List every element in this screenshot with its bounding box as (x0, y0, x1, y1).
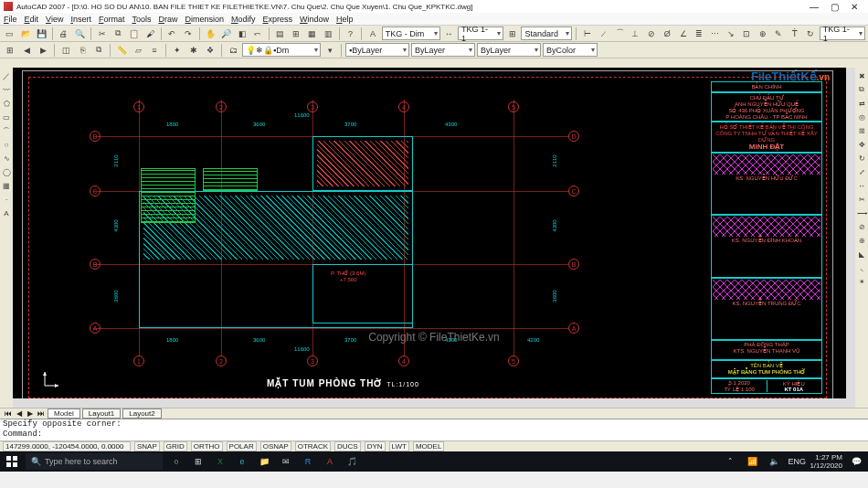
copy-icon[interactable]: ⧉ (111, 27, 124, 41)
lang-indicator[interactable]: ENG (788, 457, 804, 466)
layer-props-icon[interactable]: 🗂 (226, 43, 240, 58)
break-icon[interactable]: ⊘ (856, 221, 867, 232)
pline-icon[interactable]: 〰 (1, 84, 12, 95)
menu-file[interactable]: File (4, 15, 17, 24)
layer-state-icon[interactable]: ⊞ (3, 43, 17, 58)
layer-filter-icon[interactable]: ▾ (323, 43, 337, 58)
save-icon[interactable]: 💾 (35, 27, 48, 41)
explode-icon[interactable]: ✴ (856, 276, 867, 287)
measure-icon[interactable]: 📏 (114, 43, 129, 58)
menu-modify[interactable]: Modify (231, 15, 256, 24)
table-icon[interactable]: ⊞ (505, 27, 519, 41)
stretch-icon[interactable]: ↔ (856, 180, 867, 191)
explorer-icon[interactable]: 📁 (256, 457, 272, 466)
tablestyle-combo[interactable]: Standard (521, 27, 572, 40)
mirror-icon[interactable]: ⇄ (856, 98, 867, 109)
tab-nav-first[interactable]: ⏮ (4, 409, 13, 418)
volume-icon[interactable]: 🔈 (766, 457, 782, 466)
dim-dia-icon[interactable]: Ø (661, 27, 674, 41)
dim-edit-icon[interactable]: ✎ (772, 27, 786, 41)
toggle-grid[interactable]: GRID (164, 441, 187, 451)
area-icon[interactable]: ▱ (131, 43, 145, 58)
pan-icon[interactable]: ✋ (204, 27, 217, 41)
paste-icon[interactable]: 📋 (127, 27, 141, 41)
menu-view[interactable]: View (46, 15, 63, 24)
new-icon[interactable]: ▭ (3, 27, 16, 41)
notifications-icon[interactable]: 💬 (848, 457, 864, 466)
toggle-lwt[interactable]: LWT (389, 441, 409, 451)
hatch-icon[interactable]: ▦ (1, 180, 12, 191)
tab-layout1[interactable]: Layout1 (82, 408, 121, 419)
revit-icon[interactable]: R (300, 457, 316, 466)
maximize-button[interactable]: ▢ (824, 2, 844, 12)
horizontal-scrollbar[interactable] (13, 398, 846, 408)
line-icon[interactable]: ／ (1, 70, 12, 81)
layer-match-icon[interactable]: ▶ (36, 43, 50, 58)
extend-icon[interactable]: ⟶ (856, 207, 867, 218)
erase-icon[interactable]: ✖ (856, 70, 867, 81)
dim-radius-icon[interactable]: ⊘ (644, 27, 658, 41)
command-window[interactable]: Specify opposite corner: Command: (0, 419, 868, 440)
cut-icon[interactable]: ✂ (95, 27, 109, 41)
polygon-icon[interactable]: ⬠ (1, 98, 12, 109)
properties-icon[interactable]: ▤ (273, 27, 287, 41)
match-prop-icon[interactable]: 🖌 (143, 27, 156, 41)
taskview-icon[interactable]: ⊞ (190, 457, 206, 466)
misc1-icon[interactable]: ✦ (170, 43, 185, 58)
move-icon[interactable]: ✥ (856, 139, 867, 150)
dimstyle2-combo[interactable]: TKG 1-1 (820, 27, 865, 40)
mail-icon[interactable]: ✉ (278, 457, 294, 466)
mtext-icon[interactable]: A (1, 207, 12, 218)
dim-leader-icon[interactable]: ↘ (724, 27, 737, 41)
zoom-prev-icon[interactable]: ⤺ (251, 27, 265, 41)
copy-obj-icon[interactable]: ⧉ (856, 84, 867, 95)
tab-model[interactable]: Model (48, 408, 80, 419)
toggle-model[interactable]: MODEL (413, 441, 444, 451)
dim-tol-icon[interactable]: ⊡ (740, 27, 754, 41)
color-combo[interactable]: ▪ ByLayer (345, 43, 409, 57)
autocad-task-icon[interactable]: A (322, 457, 338, 466)
cortana-icon[interactable]: ○ (168, 457, 185, 466)
menu-help[interactable]: Help (336, 15, 354, 24)
dimstyle-a-icon[interactable]: A (365, 27, 379, 41)
close-button[interactable]: ✕ (844, 2, 864, 12)
music-icon[interactable]: 🎵 (344, 457, 360, 466)
zoom-rt-icon[interactable]: 🔎 (219, 27, 233, 41)
circle-icon[interactable]: ○ (1, 139, 12, 150)
menu-express[interactable]: Express (263, 15, 293, 24)
insert-icon[interactable]: ⎘ (75, 43, 90, 58)
rotate-icon[interactable]: ↻ (856, 153, 867, 164)
scale-icon[interactable]: ⤢ (856, 166, 867, 177)
tool-palettes-icon[interactable]: ▦ (305, 27, 319, 41)
textstyle-combo[interactable]: TKG 1-1 (458, 27, 503, 40)
lineweight-combo[interactable]: ByLayer (477, 43, 541, 57)
undo-icon[interactable]: ↶ (165, 27, 179, 41)
menu-dimension[interactable]: Dimension (185, 15, 224, 24)
fillet-icon[interactable]: ◟ (856, 262, 867, 273)
toggle-otrack[interactable]: OTRACK (295, 441, 331, 451)
redo-icon[interactable]: ↷ (181, 27, 195, 41)
ellipse-icon[interactable]: ◯ (1, 166, 12, 177)
tab-nav-prev[interactable]: ◀ (15, 409, 24, 418)
array-icon[interactable]: ⊞ (856, 125, 867, 136)
layer-combo[interactable]: 💡❄🔒▪ Dm (242, 43, 321, 57)
toggle-snap[interactable]: SNAP (134, 441, 160, 451)
dim-continue-icon[interactable]: ⋯ (708, 27, 722, 41)
toggle-osnap[interactable]: OSNAP (260, 441, 291, 451)
dim-linear-icon[interactable]: ⊢ (580, 27, 594, 41)
xref-icon[interactable]: ⧉ (91, 43, 106, 58)
drawing-canvas[interactable]: FileThiếtKế.vn Copyright © FileThietKe.v… (13, 68, 855, 408)
zoom-window-icon[interactable]: ◧ (235, 27, 249, 41)
toggle-polar[interactable]: POLAR (227, 441, 257, 451)
spline-icon[interactable]: ∿ (1, 153, 12, 164)
layer-prev-icon[interactable]: ◀ (19, 43, 34, 58)
toggle-ducs[interactable]: DUCS (334, 441, 361, 451)
dim-update-icon[interactable]: ↻ (803, 27, 817, 41)
help-icon[interactable]: ? (344, 27, 357, 41)
dim-aligned-icon[interactable]: ⟋ (597, 27, 610, 41)
dim-baseline-icon[interactable]: ≣ (692, 27, 705, 41)
plotstyle-combo[interactable]: ByColor (543, 43, 598, 57)
menu-draw[interactable]: Draw (158, 15, 177, 24)
menu-insert[interactable]: Insert (70, 15, 91, 24)
minimize-button[interactable]: — (804, 2, 824, 12)
